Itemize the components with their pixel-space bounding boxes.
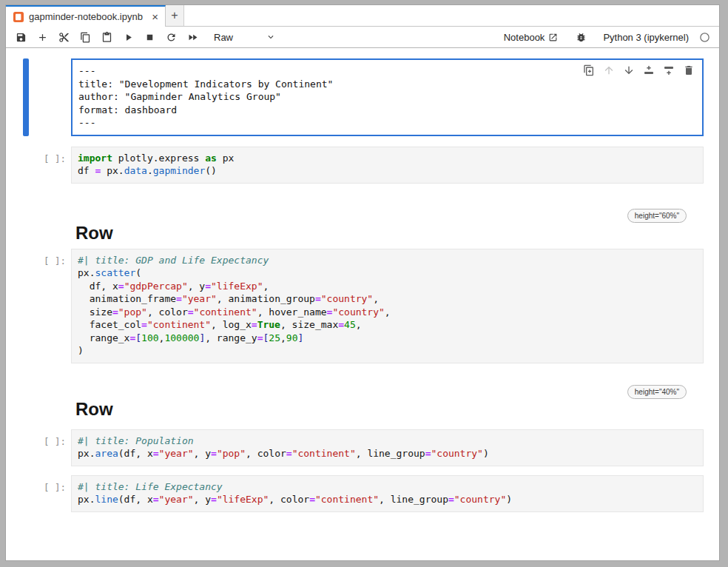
- cell-prompt: [ ]:: [44, 482, 66, 493]
- height-badge: height="60%": [627, 209, 687, 223]
- cell-code: #| title: Populationpx.area(df, x="year"…: [78, 435, 697, 460]
- move-up-icon: [603, 64, 615, 76]
- cell-gutter: [6, 58, 71, 136]
- copy-cells-button[interactable]: [75, 27, 96, 47]
- kernel-status-circle-icon: [699, 32, 710, 43]
- cut-cells-button[interactable]: [53, 27, 75, 47]
- run-all-cells-button[interactable]: [182, 27, 203, 47]
- insert-cell-above-button[interactable]: [643, 64, 655, 76]
- tab-bar: gapminder-notebook.ipynb × +: [6, 5, 719, 27]
- height-badge: height="40%": [627, 385, 687, 399]
- tab-close-icon[interactable]: ×: [151, 12, 159, 22]
- cell-type-value: Raw: [214, 32, 233, 43]
- paste-icon: [101, 32, 112, 43]
- cell-editor[interactable]: ---title: "Development Indicators by Con…: [71, 58, 704, 136]
- move-down-icon: [623, 64, 635, 76]
- save-icon: [16, 32, 27, 43]
- interrupt-kernel-button[interactable]: [139, 27, 161, 47]
- cell-prompt: [ ]:: [44, 436, 66, 447]
- restart-kernel-button[interactable]: [161, 27, 182, 47]
- stop-icon: [144, 32, 155, 43]
- cell-lifeexp: [ ]: #| title: Life Expectancypx.line(df…: [6, 475, 704, 512]
- cell-code: import plotly.express as pxdf = px.data.…: [78, 152, 697, 178]
- toolbar-right-group: Notebook Python 3 (ipykernel): [504, 27, 710, 47]
- markdown-section-row1[interactable]: height="60%" Row: [71, 209, 704, 244]
- tab-gapminder-notebook[interactable]: gapminder-notebook.ipynb ×: [6, 5, 166, 27]
- cell-gutter: [ ]:: [6, 147, 71, 184]
- row-heading: Row: [75, 223, 113, 244]
- cell-gutter: [ ]:: [6, 475, 71, 512]
- run-cell-button[interactable]: [118, 27, 139, 47]
- new-tab-button[interactable]: +: [166, 5, 184, 26]
- cell-imports: [ ]: import plotly.express as pxdf = px.…: [6, 147, 704, 184]
- cell-population: [ ]: #| title: Populationpx.area(df, x="…: [6, 429, 704, 466]
- move-cell-down-button[interactable]: [623, 64, 635, 76]
- paste-cells-button[interactable]: [96, 27, 118, 47]
- cell-frontmatter: ---title: "Development Indicators by Con…: [6, 58, 704, 136]
- notebook-mode-link[interactable]: Notebook: [504, 32, 559, 43]
- delete-cell-button[interactable]: [683, 64, 695, 76]
- insert-cell-below-button[interactable]: [663, 64, 675, 76]
- notebook-icon: [13, 12, 24, 22]
- window-frame: gapminder-notebook.ipynb × +: [0, 0, 728, 567]
- cell-toolbar: [583, 64, 695, 76]
- debugger-button[interactable]: [570, 27, 592, 47]
- external-link-icon: [548, 33, 558, 42]
- tab-title: gapminder-notebook.ipynb: [29, 11, 146, 22]
- cell-editor[interactable]: #| title: Life Expectancypx.line(df, x="…: [71, 475, 704, 512]
- duplicate-cell-button[interactable]: [583, 64, 595, 76]
- duplicate-cell-icon: [583, 64, 595, 76]
- insert-cell-button[interactable]: [32, 27, 53, 47]
- run-icon: [123, 32, 134, 43]
- cell-type-dropdown[interactable]: Raw: [214, 32, 276, 43]
- cell-editor[interactable]: #| title: Populationpx.area(df, x="year"…: [71, 429, 704, 466]
- bug-icon: [576, 32, 587, 43]
- chevron-down-icon: [266, 32, 276, 42]
- notebook-toolbar: Raw Notebook Python 3 (ipykernel): [6, 27, 719, 48]
- kernel-name[interactable]: Python 3 (ipykernel): [603, 32, 689, 43]
- insert-above-icon: [643, 64, 655, 76]
- cell-scatter: [ ]: #| title: GDP and Life Expectancypx…: [6, 249, 704, 363]
- cell-gutter: [ ]:: [6, 429, 71, 466]
- run-all-icon: [187, 32, 198, 43]
- insert-below-icon: [663, 64, 675, 76]
- cell-editor[interactable]: #| title: GDP and Life Expectancypx.scat…: [71, 249, 704, 363]
- cell-prompt: [ ]:: [44, 153, 66, 164]
- cell-code: #| title: GDP and Life Expectancypx.scat…: [78, 254, 697, 358]
- cut-icon: [58, 32, 70, 43]
- cell-code: #| title: Life Expectancypx.line(df, x="…: [78, 480, 697, 506]
- plus-icon: +: [171, 9, 178, 22]
- row-heading: Row: [75, 399, 113, 420]
- cell-prompt: [ ]:: [44, 255, 66, 266]
- move-cell-up-button[interactable]: [603, 64, 615, 76]
- cell-gutter: [ ]:: [6, 249, 71, 363]
- add-icon: [37, 32, 48, 43]
- cell-editor[interactable]: import plotly.express as pxdf = px.data.…: [71, 147, 704, 184]
- markdown-section-row2[interactable]: height="40%" Row: [71, 385, 704, 420]
- notebook-mode-label: Notebook: [504, 32, 545, 43]
- notebook-content: ---title: "Development Indicators by Con…: [6, 48, 719, 560]
- copy-icon: [80, 32, 91, 43]
- save-button[interactable]: [10, 27, 32, 47]
- trash-icon: [683, 64, 695, 76]
- jupyter-window: gapminder-notebook.ipynb × +: [5, 4, 720, 561]
- cell-collapser[interactable]: [23, 58, 29, 136]
- restart-icon: [166, 32, 177, 43]
